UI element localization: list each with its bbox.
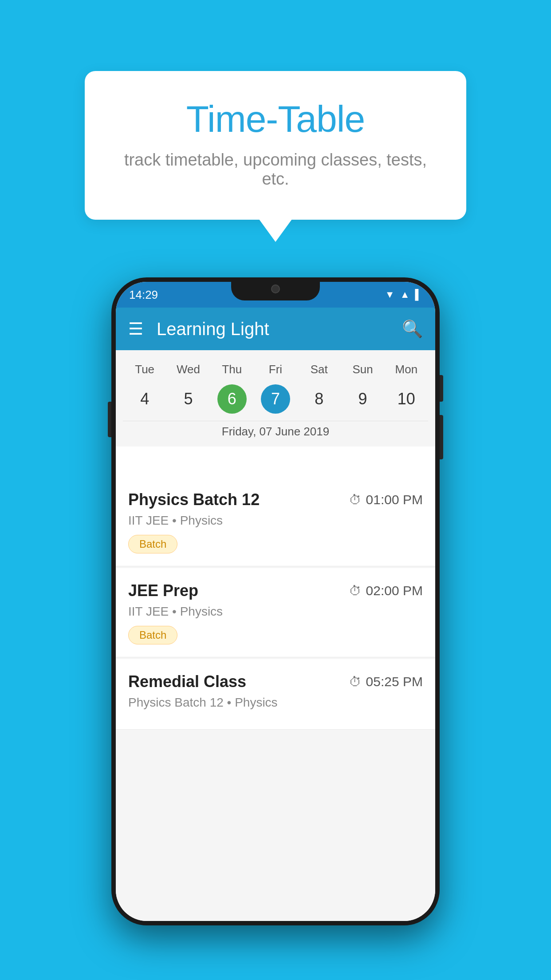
search-icon[interactable]: 🔍	[402, 319, 423, 339]
clock-icon-3: ⏱	[349, 675, 362, 689]
schedule-list: Physics Batch 12 ⏱ 01:00 PM IIT JEE • Ph…	[116, 477, 435, 921]
day-wed: Wed	[166, 359, 210, 380]
batch-tag-2: Batch	[128, 626, 177, 644]
schedule-item-1[interactable]: Physics Batch 12 ⏱ 01:00 PM IIT JEE • Ph…	[116, 477, 435, 566]
status-icons: ▼ ▲ ▌	[385, 289, 422, 300]
battery-icon: ▌	[415, 289, 422, 300]
schedule-item-1-header: Physics Batch 12 ⏱ 01:00 PM	[128, 490, 423, 509]
schedule-item-3-time: ⏱ 05:25 PM	[349, 674, 423, 689]
date-6-today[interactable]: 6	[217, 384, 247, 414]
schedule-item-2-header: JEE Prep ⏱ 02:00 PM	[128, 581, 423, 600]
clock-icon-1: ⏱	[349, 493, 362, 507]
power-button-top	[440, 375, 443, 402]
calendar-strip: Tue Wed Thu Fri Sat Sun Mon 4 5 6 7 8 9 …	[116, 350, 435, 447]
phone-outer: 14:29 ▼ ▲ ▌ ☰ Learning Light 🔍 Tue Wed T…	[111, 277, 440, 925]
tooltip-card: Time-Table track timetable, upcoming cla…	[85, 71, 466, 220]
schedule-item-2[interactable]: JEE Prep ⏱ 02:00 PM IIT JEE • Physics Ba…	[116, 568, 435, 657]
schedule-item-3-title: Remedial Class	[128, 672, 246, 691]
day-headers: Tue Wed Thu Fri Sat Sun Mon	[123, 359, 428, 380]
tooltip-title: Time-Table	[120, 98, 431, 141]
schedule-item-2-time: ⏱ 02:00 PM	[349, 583, 423, 598]
volume-button	[108, 402, 111, 437]
selected-date-label: Friday, 07 June 2019	[123, 421, 428, 447]
day-numbers: 4 5 6 7 8 9 10	[123, 384, 428, 414]
date-8[interactable]: 8	[297, 384, 341, 414]
hamburger-icon[interactable]: ☰	[128, 319, 143, 339]
batch-tag-1: Batch	[128, 535, 177, 553]
date-10[interactable]: 10	[385, 384, 428, 414]
schedule-item-2-title: JEE Prep	[128, 581, 198, 600]
tooltip-subtitle: track timetable, upcoming classes, tests…	[120, 150, 431, 189]
signal-icon: ▲	[400, 289, 410, 300]
phone-mockup: 14:29 ▼ ▲ ▌ ☰ Learning Light 🔍 Tue Wed T…	[111, 277, 440, 925]
schedule-item-3-sub: Physics Batch 12 • Physics	[128, 695, 423, 710]
phone-screen: 14:29 ▼ ▲ ▌ ☰ Learning Light 🔍 Tue Wed T…	[116, 282, 435, 921]
day-sat: Sat	[297, 359, 341, 380]
power-button-bottom	[440, 415, 443, 459]
schedule-item-1-sub: IIT JEE • Physics	[128, 514, 423, 528]
date-4[interactable]: 4	[123, 384, 166, 414]
schedule-item-3-header: Remedial Class ⏱ 05:25 PM	[128, 672, 423, 691]
status-time: 14:29	[129, 288, 158, 302]
schedule-item-3[interactable]: Remedial Class ⏱ 05:25 PM Physics Batch …	[116, 659, 435, 730]
date-7-selected[interactable]: 7	[261, 384, 290, 414]
notch	[231, 277, 320, 300]
date-9[interactable]: 9	[341, 384, 384, 414]
day-sun: Sun	[341, 359, 384, 380]
date-5[interactable]: 5	[166, 384, 210, 414]
camera	[271, 285, 280, 293]
schedule-item-2-sub: IIT JEE • Physics	[128, 605, 423, 619]
app-bar: ☰ Learning Light 🔍	[116, 308, 435, 350]
app-title: Learning Light	[157, 319, 402, 339]
day-tue: Tue	[123, 359, 166, 380]
wifi-icon: ▼	[385, 289, 395, 300]
day-thu: Thu	[210, 359, 254, 380]
day-mon: Mon	[385, 359, 428, 380]
schedule-item-1-title: Physics Batch 12	[128, 490, 260, 509]
clock-icon-2: ⏱	[349, 584, 362, 598]
schedule-item-1-time: ⏱ 01:00 PM	[349, 492, 423, 507]
day-fri: Fri	[254, 359, 297, 380]
